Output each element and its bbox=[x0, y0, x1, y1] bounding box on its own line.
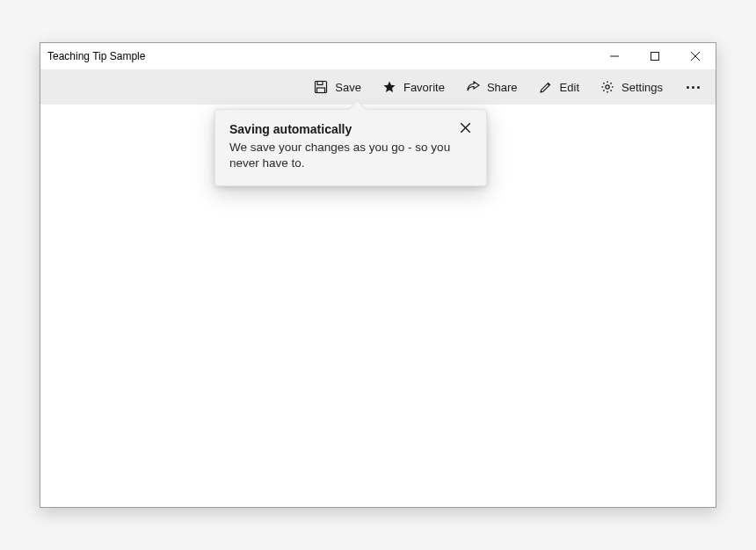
app-window: Teaching Tip Sample Save Favorite bbox=[40, 42, 716, 508]
content-area: Saving automatically We save your change… bbox=[40, 105, 716, 507]
share-icon bbox=[466, 80, 480, 94]
gear-icon bbox=[600, 80, 614, 94]
teaching-tip-title: Saving automatically bbox=[229, 122, 352, 136]
settings-button[interactable]: Settings bbox=[590, 69, 673, 105]
maximize-button[interactable] bbox=[635, 43, 675, 69]
window-title: Teaching Tip Sample bbox=[47, 50, 145, 62]
favorite-button[interactable]: Favorite bbox=[372, 69, 455, 105]
share-button-label: Share bbox=[487, 81, 518, 94]
settings-button-label: Settings bbox=[622, 81, 663, 94]
command-bar: Save Favorite Share Edit Settings bbox=[40, 69, 716, 105]
save-button[interactable]: Save bbox=[303, 69, 372, 105]
window-controls bbox=[594, 43, 716, 69]
more-icon bbox=[687, 86, 700, 89]
svg-rect-6 bbox=[317, 88, 325, 93]
star-icon bbox=[382, 80, 396, 94]
save-button-label: Save bbox=[335, 81, 361, 94]
svg-rect-5 bbox=[317, 82, 323, 85]
teaching-tip-body: We save your changes as you go - so you … bbox=[229, 140, 472, 171]
edit-icon bbox=[539, 80, 553, 94]
svg-point-8 bbox=[606, 85, 609, 89]
close-icon bbox=[691, 52, 700, 61]
teaching-tip-header: Saving automatically bbox=[229, 122, 472, 136]
teaching-tip: Saving automatically We save your change… bbox=[214, 109, 487, 186]
minimize-button[interactable] bbox=[594, 43, 635, 69]
more-button[interactable] bbox=[673, 69, 712, 105]
maximize-icon bbox=[651, 52, 659, 61]
save-icon bbox=[314, 80, 328, 94]
edit-button[interactable]: Edit bbox=[528, 69, 590, 105]
share-button[interactable]: Share bbox=[455, 69, 528, 105]
edit-button-label: Edit bbox=[560, 81, 579, 94]
svg-rect-1 bbox=[651, 53, 659, 61]
titlebar: Teaching Tip Sample bbox=[40, 43, 716, 69]
close-button[interactable] bbox=[675, 43, 716, 69]
minimize-icon bbox=[610, 52, 619, 61]
teaching-tip-close-button[interactable] bbox=[458, 120, 472, 134]
close-icon bbox=[461, 123, 470, 133]
favorite-button-label: Favorite bbox=[403, 81, 445, 94]
